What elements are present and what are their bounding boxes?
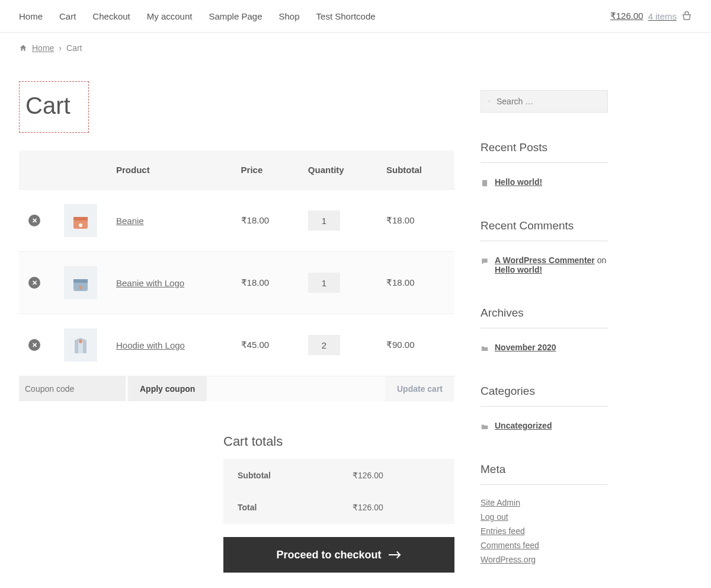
document-icon — [481, 179, 489, 187]
svg-point-8 — [489, 101, 490, 102]
quantity-input[interactable] — [308, 335, 340, 355]
mini-cart-link[interactable]: ₹126.00 4 items — [610, 11, 692, 21]
cart-totals: Cart totals Subtotal ₹126.00 Total ₹126.… — [223, 434, 454, 573]
on-text: on — [595, 255, 606, 265]
sidebar: Recent Posts Hello world! Recent Comment… — [481, 81, 608, 573]
list-item: A WordPress Commenter on Hello world! — [481, 252, 608, 278]
search-box — [481, 90, 608, 113]
quantity-input[interactable] — [308, 210, 340, 231]
nav-links: Home Cart Checkout My account Sample Pag… — [19, 11, 376, 21]
arrow-right-icon — [389, 551, 402, 559]
total-value: ₹126.00 — [340, 492, 453, 523]
product-subtotal: ₹18.00 — [377, 190, 454, 252]
mini-cart-total: ₹126.00 — [610, 11, 643, 21]
widget-title: Archives — [481, 306, 608, 328]
remove-item-button[interactable]: ✕ — [28, 339, 40, 351]
comment-icon — [481, 257, 489, 266]
svg-line-9 — [490, 102, 491, 103]
recent-comments-widget: Recent Comments A WordPress Commenter on… — [481, 219, 608, 278]
post-link[interactable]: Hello world! — [495, 177, 542, 187]
home-icon — [19, 44, 27, 52]
breadcrumb-home[interactable]: Home — [32, 43, 54, 53]
svg-point-7 — [79, 340, 82, 343]
widget-title: Meta — [481, 463, 608, 485]
nav-item-cart[interactable]: Cart — [59, 11, 76, 21]
table-row: ✕ Beanie ₹18.00 ₹18.00 — [19, 190, 454, 252]
page-title: Cart — [25, 92, 71, 119]
product-name-link[interactable]: Beanie — [116, 216, 144, 226]
widget-title: Categories — [481, 385, 608, 407]
coupon-code-input[interactable] — [19, 376, 126, 401]
svg-rect-10 — [482, 180, 487, 187]
meta-widget: Meta Site Admin Log out Entries feed Com… — [481, 463, 608, 567]
folder-icon — [481, 344, 489, 353]
proceed-to-checkout-button[interactable]: Proceed to checkout — [223, 537, 454, 573]
product-price: ₹45.00 — [232, 314, 299, 376]
folder-icon — [481, 423, 489, 431]
cart-actions-row: Apply coupon Update cart — [19, 376, 454, 402]
meta-link-site-admin[interactable]: Site Admin — [481, 498, 520, 507]
table-row: ✕ Beanie with Logo ₹18.00 ₹18.00 — [19, 252, 454, 314]
total-label: Total — [225, 492, 338, 523]
product-price: ₹18.00 — [232, 190, 299, 252]
nav-item-home[interactable]: Home — [19, 11, 43, 21]
nav-item-sample-page[interactable]: Sample Page — [209, 11, 262, 21]
svg-point-5 — [79, 286, 82, 289]
archives-widget: Archives November 2020 — [481, 306, 608, 356]
table-row: ✕ Hoodie with Logo ₹45.00 ₹90.00 — [19, 314, 454, 376]
nav-item-my-account[interactable]: My account — [147, 11, 193, 21]
remove-item-button[interactable]: ✕ — [28, 215, 40, 226]
subtotal-label: Subtotal — [225, 460, 338, 491]
category-link[interactable]: Uncategorized — [495, 421, 552, 430]
recent-posts-widget: Recent Posts Hello world! — [481, 141, 608, 191]
basket-icon — [681, 11, 692, 21]
meta-link-comments-feed[interactable]: Comments feed — [481, 541, 539, 550]
meta-link-wordpress-org[interactable]: WordPress.org — [481, 555, 536, 564]
update-cart-button[interactable]: Update cart — [385, 376, 454, 401]
comment-post-link[interactable]: Hello world! — [495, 265, 542, 274]
cart-table: Product Price Quantity Subtotal ✕ Beanie… — [19, 151, 454, 401]
page-title-highlight: Cart — [19, 81, 89, 133]
remove-item-button[interactable]: ✕ — [28, 277, 40, 289]
product-name-link[interactable]: Hoodie with Logo — [116, 340, 185, 350]
col-subtotal: Subtotal — [377, 151, 454, 190]
product-thumbnail[interactable] — [64, 328, 97, 362]
col-product: Product — [107, 151, 232, 190]
breadcrumb-separator: › — [59, 43, 62, 53]
product-name-link[interactable]: Beanie with Logo — [116, 278, 184, 288]
nav-item-checkout[interactable]: Checkout — [92, 11, 130, 21]
commenter-link[interactable]: A WordPress Commenter — [495, 255, 595, 265]
product-price: ₹18.00 — [232, 252, 299, 314]
nav-item-test-shortcode[interactable]: Test Shortcode — [316, 11, 376, 21]
categories-widget: Categories Uncategorized — [481, 385, 608, 434]
widget-title: Recent Comments — [481, 219, 608, 241]
product-subtotal: ₹90.00 — [377, 314, 454, 376]
meta-link-entries-feed[interactable]: Entries feed — [481, 526, 525, 536]
widget-title: Recent Posts — [481, 141, 608, 163]
col-price: Price — [232, 151, 299, 190]
subtotal-value: ₹126.00 — [340, 460, 453, 491]
search-icon — [488, 97, 491, 106]
product-subtotal: ₹18.00 — [377, 252, 454, 314]
product-thumbnail[interactable] — [64, 204, 97, 237]
svg-point-2 — [79, 223, 82, 227]
cart-totals-title: Cart totals — [223, 434, 454, 449]
list-item: November 2020 — [481, 339, 608, 356]
checkout-button-label: Proceed to checkout — [276, 549, 381, 561]
col-quantity: Quantity — [299, 151, 377, 190]
list-item: Uncategorized — [481, 417, 608, 434]
nav-item-shop[interactable]: Shop — [279, 11, 300, 21]
svg-rect-4 — [73, 279, 88, 283]
breadcrumb-current: Cart — [66, 43, 82, 53]
svg-rect-1 — [73, 217, 88, 220]
quantity-input[interactable] — [308, 273, 340, 293]
archive-link[interactable]: November 2020 — [495, 343, 556, 352]
product-thumbnail[interactable] — [64, 266, 97, 299]
meta-link-log-out[interactable]: Log out — [481, 512, 508, 522]
primary-nav: Home Cart Checkout My account Sample Pag… — [0, 0, 711, 33]
breadcrumb: Home › Cart — [0, 33, 711, 63]
mini-cart-count: 4 items — [648, 11, 677, 21]
search-input[interactable] — [497, 97, 600, 106]
list-item: Hello world! — [481, 174, 608, 191]
apply-coupon-button[interactable]: Apply coupon — [128, 376, 207, 401]
